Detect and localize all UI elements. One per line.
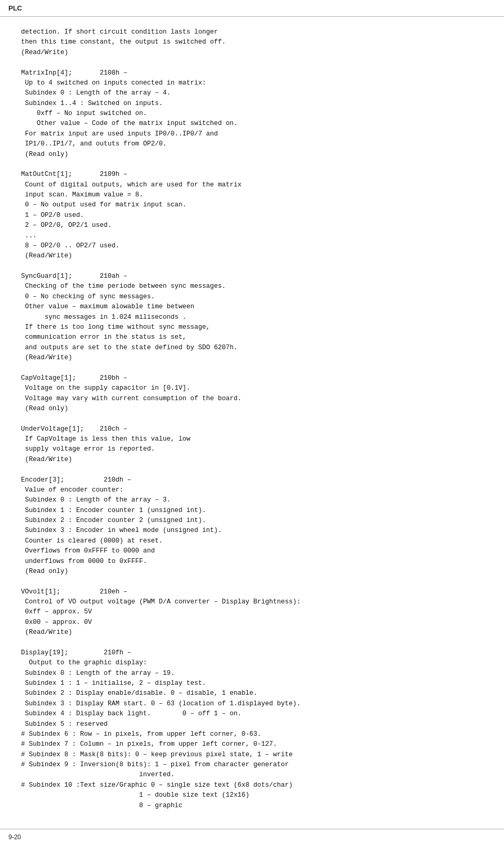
main-content: detection. If short circuit condition la… bbox=[0, 17, 504, 842]
header-title: PLC bbox=[8, 4, 22, 12]
page-number: 9-20 bbox=[8, 833, 21, 841]
content-text: detection. If short circuit condition la… bbox=[21, 27, 483, 811]
page-header: PLC bbox=[0, 0, 504, 17]
page-footer: 9-20 bbox=[0, 829, 504, 845]
